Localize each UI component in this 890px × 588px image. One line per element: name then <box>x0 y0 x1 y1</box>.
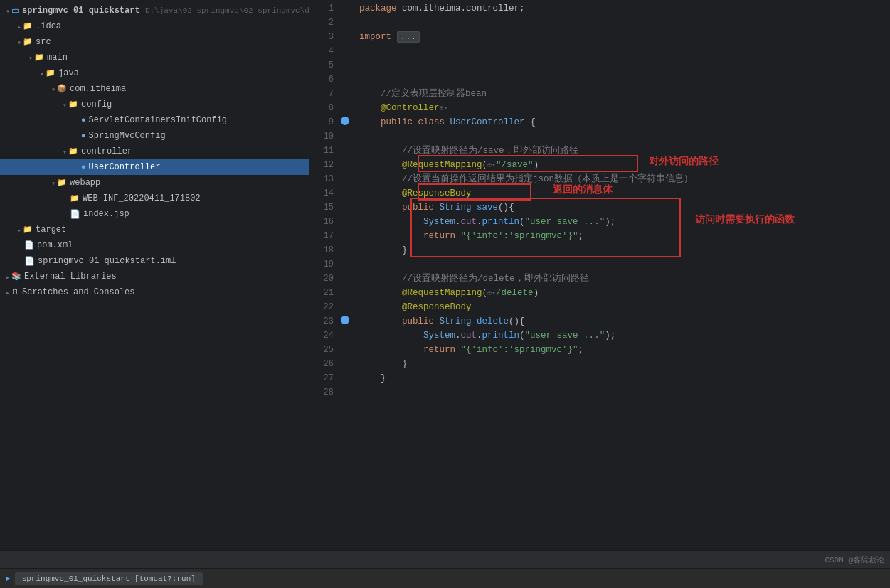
line-number-9: 9 <box>309 115 334 129</box>
line-number-1: 1 <box>309 1 334 16</box>
line-number-19: 19 <box>309 257 334 272</box>
tree-label-UserController: UserController <box>89 162 161 172</box>
tree-label-controller: controller <box>81 146 132 156</box>
tree-arrow-main[interactable]: ▾ <box>28 53 33 63</box>
code-line-15: public String save(){ <box>359 201 890 215</box>
tree-icon-WEB-INF: 📁 <box>70 193 80 203</box>
tree-label-springmvc-root: springmvc_01_quickstart D:\java\02-sprin… <box>22 6 309 16</box>
tree-label-config: config <box>81 100 112 109</box>
run-tab[interactable]: springmvc_01_quickstart [tomcat7:run] <box>15 572 203 585</box>
tree-arrow-webapp[interactable]: ▾ <box>51 178 55 188</box>
callout-2: 访问时需要执行的函数 <box>695 213 795 226</box>
tree-icon-main: 📁 <box>34 53 44 63</box>
code-line-7: //定义表现层控制器bean <box>359 87 890 101</box>
sidebar-item-controller[interactable]: ▾📁controller <box>0 144 309 159</box>
tree-icon-src: 📁 <box>23 37 33 47</box>
tree-arrow-java[interactable]: ▾ <box>40 68 44 79</box>
line-number-13: 13 <box>309 172 334 186</box>
line-number-3: 3 <box>309 30 334 44</box>
sidebar-item-target[interactable]: ▸📁target <box>0 222 309 237</box>
code-lines[interactable]: package com.itheima.controller; import .… <box>354 0 890 550</box>
tree-label-webapp: webapp <box>70 178 100 188</box>
line-number-16: 16 <box>309 215 334 229</box>
tree-label-SpringMvcConfig: SpringMvcConfig <box>89 131 166 141</box>
gutter-icon-line-9 <box>341 117 349 125</box>
tree-label-target: target <box>36 225 66 235</box>
tree-icon-UserController: ● <box>81 162 86 172</box>
tree-label-java: java <box>58 68 79 78</box>
run-bar[interactable]: ▶ springmvc_01_quickstart [tomcat7:run] <box>0 568 890 588</box>
tree-arrow-scratches[interactable]: ▸ <box>6 287 10 298</box>
sidebar-item-pom-xml[interactable]: 📄pom.xml <box>0 237 309 253</box>
tree-arrow-config[interactable]: ▾ <box>63 100 67 110</box>
sidebar-item-java[interactable]: ▾📁java <box>0 65 309 81</box>
line-number-11: 11 <box>309 144 334 158</box>
sidebar-item-com-itheima[interactable]: ▾📦com.itheima <box>0 81 309 97</box>
line-number-21: 21 <box>309 286 334 300</box>
run-tab-label: springmvc_01_quickstart [tomcat7:run] <box>22 574 196 583</box>
sidebar-item-external-libs[interactable]: ▸📚External Libraries <box>0 269 309 284</box>
tree-arrow-target[interactable]: ▸ <box>17 225 21 235</box>
sidebar-item-iml-file[interactable]: 📄springmvc_01_quickstart.iml <box>0 253 309 269</box>
tree-label-external-libs: External Libraries <box>24 272 117 282</box>
line-number-28: 28 <box>309 385 334 400</box>
line-number-20: 20 <box>309 272 334 286</box>
callout-0: 对外访问的路径 <box>649 155 719 168</box>
tree-arrow-external-libs[interactable]: ▸ <box>6 272 10 282</box>
sidebar-item-UserController[interactable]: ●UserController <box>0 159 309 175</box>
line-number-7: 7 <box>309 87 334 101</box>
tree-icon-java: 📁 <box>46 68 55 78</box>
line-number-18: 18 <box>309 243 334 257</box>
main-layout: ▾🗃springmvc_01_quickstart D:\java\02-spr… <box>0 0 890 550</box>
gutter-icon-line-23 <box>341 316 349 324</box>
code-line-1: package com.itheima.controller; <box>359 1 890 16</box>
code-line-16: System.out.println("user save ..."); <box>359 215 890 229</box>
line-numbers: 1234567891011121314151617181920212223242… <box>309 0 339 550</box>
tree-arrow-idea[interactable]: ▸ <box>17 21 21 32</box>
sidebar-item-springmvc-root[interactable]: ▾🗃springmvc_01_quickstart D:\java\02-spr… <box>0 3 309 18</box>
tree-icon-springmvc-root: 🗃 <box>11 6 19 16</box>
sidebar-item-SpringMvcConfig[interactable]: ●SpringMvcConfig <box>0 128 309 144</box>
gutter <box>339 0 354 550</box>
sidebar-item-idea[interactable]: ▸📁.idea <box>0 18 309 34</box>
line-number-8: 8 <box>309 101 334 115</box>
line-number-26: 26 <box>309 357 334 371</box>
line-number-4: 4 <box>309 44 334 58</box>
tree-label-com-itheima: com.itheima <box>70 84 126 94</box>
line-number-22: 22 <box>309 300 334 314</box>
sidebar-item-config[interactable]: ▾📁config <box>0 97 309 112</box>
line-number-15: 15 <box>309 201 334 215</box>
code-line-28 <box>359 385 890 400</box>
tree-arrow-com-itheima[interactable]: ▾ <box>51 84 55 95</box>
code-line-20: //设置映射路径为/delete，即外部访问路径 <box>359 272 890 286</box>
code-line-23: public String delete(){ <box>359 314 890 328</box>
line-number-12: 12 <box>309 158 334 172</box>
line-number-2: 2 <box>309 16 334 30</box>
tree-label-idea: .idea <box>36 21 61 31</box>
sidebar-item-ServletContainersInitConfig[interactable]: ●ServletContainersInitConfig <box>0 112 309 128</box>
tree-label-main: main <box>47 53 68 63</box>
code-line-12: @RequestMapping(⊕▾"/save") <box>359 158 890 172</box>
watermark: CSDN @客院裁论 <box>825 555 884 565</box>
code-line-6 <box>359 73 890 87</box>
sidebar-item-src[interactable]: ▾📁src <box>0 34 309 50</box>
tree-icon-iml-file: 📄 <box>24 256 35 267</box>
sidebar-item-index-jsp[interactable]: 📄index.jsp <box>0 206 309 222</box>
code-line-25: return "{'info':'springmvc'}"; <box>359 343 890 357</box>
editor-area: 1234567891011121314151617181920212223242… <box>309 0 890 550</box>
sidebar-item-WEB-INF[interactable]: 📁WEB-INF_20220411_171802 <box>0 191 309 206</box>
sidebar-item-scratches[interactable]: ▸🗒Scratches and Consoles <box>0 284 309 300</box>
code-line-4 <box>359 44 890 58</box>
tree-icon-idea: 📁 <box>23 21 33 31</box>
tree-label-scratches: Scratches and Consoles <box>22 287 134 297</box>
tree-label-index-jsp: index.jsp <box>83 209 129 219</box>
code-line-2 <box>359 16 890 30</box>
sidebar-item-webapp[interactable]: ▾📁webapp <box>0 175 309 191</box>
project-tree[interactable]: ▾🗃springmvc_01_quickstart D:\java\02-spr… <box>0 0 309 550</box>
sidebar-item-main[interactable]: ▾📁main <box>0 50 309 65</box>
code-container[interactable]: 1234567891011121314151617181920212223242… <box>309 0 890 550</box>
tree-arrow-springmvc-root[interactable]: ▾ <box>6 6 10 16</box>
tree-label-src: src <box>36 37 51 47</box>
tree-arrow-src[interactable]: ▾ <box>17 37 21 48</box>
tree-arrow-controller[interactable]: ▾ <box>63 146 67 157</box>
